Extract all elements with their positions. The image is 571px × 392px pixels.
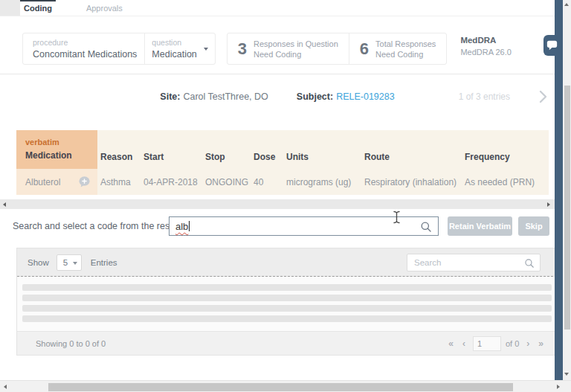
code-search-value: alb: [175, 221, 188, 232]
chevron-down-icon: [73, 262, 77, 265]
question-field[interactable]: question Medication: [144, 33, 214, 64]
skeleton-row: [22, 295, 552, 301]
skeleton-row: [22, 315, 552, 322]
tab-approvals[interactable]: Approvals: [83, 0, 126, 16]
scroll-right-arrow-icon[interactable]: [557, 385, 560, 389]
code-search-row: Search and select a code from the result…: [0, 216, 555, 236]
next-entry-button[interactable]: [539, 89, 547, 106]
showing-summary: Showing 0 to 0 of 0: [36, 339, 106, 348]
first-page-button[interactable]: «: [444, 338, 458, 349]
chat-bubble-icon: [546, 40, 558, 51]
vertical-scrollbar[interactable]: [563, 0, 571, 380]
page-size-select[interactable]: 5: [57, 254, 82, 271]
coding-screen: Coding Approvals procedure Concomitant M…: [0, 0, 571, 392]
page-input[interactable]: [473, 336, 501, 351]
scroll-up-arrow-icon[interactable]: [564, 3, 569, 6]
stat-value: 3: [238, 39, 247, 59]
search-icon: [420, 221, 432, 236]
column-dose: Dose: [251, 152, 283, 169]
pagination: « ‹ of 0 › »: [444, 336, 548, 351]
table-row: Albuterol Asthma 04-APR-2018 ONGOING 40 …: [16, 169, 549, 195]
column-route: Route: [361, 152, 462, 169]
subject-label: Subject:: [297, 91, 333, 102]
entries-label: Entries: [91, 258, 117, 267]
comment-add-icon[interactable]: [78, 176, 91, 188]
entries-counter: 1 of 3 entries: [459, 91, 510, 102]
table-scrollbar[interactable]: [0, 199, 555, 209]
verbatim-table: verbatim Medication Reason Start Stop Do…: [16, 130, 549, 195]
dictionary-name: MedDRA: [460, 36, 511, 45]
header-verbatim-medication: verbatim Medication: [16, 130, 97, 169]
stat-label-line2: Need Coding: [254, 50, 301, 59]
site-group: Site: Carol TestThree, DO: [160, 91, 268, 102]
stat-responses-in-question: 3 Responses in Question Need Coding: [228, 33, 349, 64]
site-label: Site:: [160, 91, 180, 102]
vertical-scrollbar-thumb[interactable]: [564, 86, 570, 330]
skeleton-row: [22, 305, 552, 312]
tab-coding[interactable]: Coding: [20, 0, 56, 16]
column-frequency: Frequency: [462, 152, 549, 169]
question-value: Medication: [152, 49, 196, 60]
skip-button[interactable]: Skip: [518, 216, 549, 236]
section-divider: [0, 74, 555, 74]
chat-sidebar-edge: [555, 0, 563, 380]
tab-bar: Coding Approvals: [0, 0, 555, 16]
cell-units: micrograms (ug): [283, 177, 361, 187]
cell-route: Respiratory (inhalation): [361, 177, 462, 187]
stats-card: 3 Responses in Question Need Coding 6 To…: [227, 33, 448, 65]
verbatim-table-header: verbatim Medication Reason Start Stop Do…: [16, 130, 549, 169]
cell-start: 04-APR-2018: [141, 177, 202, 187]
subject-group: Subject: RELE-019283: [297, 91, 395, 102]
text-caret: [189, 221, 190, 231]
last-page-button[interactable]: »: [534, 338, 548, 349]
code-search-label: Search and select a code from the result…: [13, 216, 184, 236]
retain-verbatim-button[interactable]: Retain Verbatim: [448, 216, 512, 236]
column-start: Start: [141, 152, 202, 169]
column-reason: Reason: [97, 152, 141, 169]
procedure-label: procedure: [33, 38, 137, 47]
text-cursor-pointer: [393, 211, 401, 227]
filter-card: procedure Concomitant Medications questi…: [22, 33, 216, 65]
stat-label-line1: Responses in Question: [254, 39, 338, 48]
procedure-field: procedure Concomitant Medications: [23, 33, 144, 64]
horizontal-scrollbar-thumb[interactable]: [48, 383, 513, 391]
results-search-box: [407, 254, 541, 271]
stat-value: 6: [360, 39, 369, 59]
skeleton-row: [22, 284, 552, 291]
cell-medication: Albuterol: [16, 169, 97, 195]
prev-page-button[interactable]: ‹: [458, 338, 470, 349]
procedure-value: Concomitant Medications: [33, 49, 137, 60]
page-count-label: of 0: [506, 339, 519, 348]
page-size-value: 5: [63, 258, 68, 267]
chat-button[interactable]: [543, 35, 563, 56]
scroll-down-arrow-icon[interactable]: [564, 373, 569, 376]
chevron-right-icon: [539, 89, 547, 104]
scroll-left-arrow-icon[interactable]: [4, 385, 7, 389]
stat-label: Responses in Question Need Coding: [254, 39, 338, 60]
subject-link[interactable]: RELE-019283: [336, 91, 395, 102]
filters-row: procedure Concomitant Medications questi…: [22, 33, 512, 65]
scroll-left-arrow-icon[interactable]: [3, 202, 6, 207]
next-page-button[interactable]: ›: [522, 338, 534, 349]
cell-stop: ONGOING: [202, 177, 251, 187]
dictionary-info: MedDRA MedDRA 26.0: [460, 33, 511, 65]
site-value: Carol TestThree, DO: [183, 91, 268, 102]
stat-total-responses: 6 Total Responses Need Coding: [349, 33, 447, 64]
question-label: question: [152, 38, 196, 47]
tab-bar-left-gap: [0, 0, 20, 16]
results-panel-footer: Showing 0 to 0 of 0 « ‹ of 0 › »: [17, 331, 557, 355]
horizontal-scrollbar[interactable]: [0, 380, 571, 392]
subject-bar: Site: Carol TestThree, DO Subject: RELE-…: [0, 83, 555, 110]
cell-dose: 40: [251, 177, 283, 187]
results-search-input[interactable]: [407, 254, 540, 271]
dictionary-version: MedDRA 26.0: [460, 48, 511, 57]
scroll-right-arrow-icon[interactable]: [547, 202, 550, 207]
verbatim-label: verbatim: [25, 138, 97, 147]
stat-label: Total Responses Need Coding: [375, 39, 436, 60]
cell-frequency: As needed (PRN): [462, 177, 549, 187]
search-icon: [524, 258, 535, 271]
cell-reason: Asthma: [97, 177, 141, 187]
column-stop: Stop: [202, 152, 251, 169]
results-panel-header: Show 5 Entries: [17, 248, 557, 277]
stat-label-line1: Total Responses: [375, 39, 436, 48]
